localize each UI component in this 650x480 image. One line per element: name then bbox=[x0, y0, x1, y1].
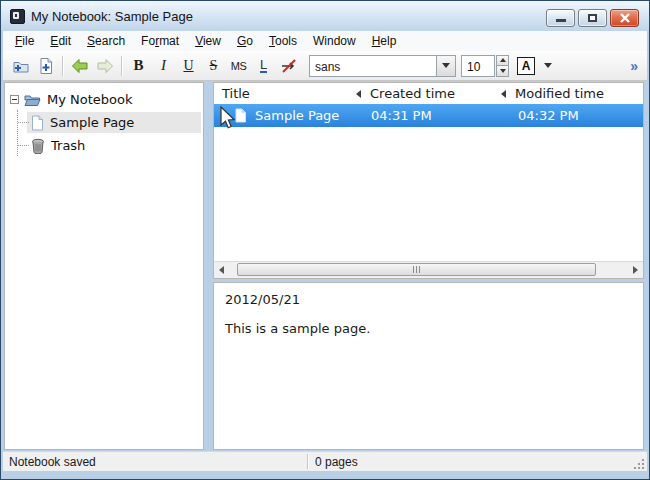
new-page-button[interactable] bbox=[33, 54, 58, 78]
new-page-icon bbox=[37, 57, 55, 75]
new-folder-button[interactable] bbox=[8, 54, 33, 78]
back-button[interactable] bbox=[67, 54, 92, 78]
toolbar-overflow-button[interactable]: » bbox=[630, 58, 642, 74]
tree-item-trash[interactable]: Trash bbox=[5, 134, 203, 157]
font-color-button[interactable]: A bbox=[517, 57, 535, 75]
back-arrow-icon bbox=[71, 58, 89, 74]
italic-button[interactable]: I bbox=[151, 54, 176, 78]
list-cell-modified-time: 04:32 PM bbox=[501, 108, 643, 123]
column-sort-arrow-icon[interactable] bbox=[501, 90, 506, 98]
list-cell-title: Sample Page bbox=[255, 108, 339, 123]
resize-grip[interactable] bbox=[633, 458, 644, 469]
link-button[interactable]: L bbox=[251, 54, 276, 78]
forward-button[interactable] bbox=[92, 54, 117, 78]
list-header: Title Created time Modified time bbox=[214, 83, 643, 104]
close-button[interactable] bbox=[610, 9, 639, 27]
toolbar-separator bbox=[121, 56, 122, 76]
column-header-created-time[interactable]: Created time bbox=[356, 83, 501, 104]
toolbar: B I U S MS L sans 10 A » bbox=[3, 51, 647, 81]
monospace-button[interactable]: MS bbox=[226, 54, 251, 78]
close-icon bbox=[620, 13, 630, 23]
spin-down-button[interactable] bbox=[496, 66, 509, 77]
font-family-dropdown-button[interactable] bbox=[436, 55, 456, 77]
spin-up-button[interactable] bbox=[496, 55, 509, 67]
open-folder-icon bbox=[24, 93, 41, 107]
strikethrough-button[interactable]: S bbox=[201, 54, 226, 78]
editor-body-line: This is a sample page. bbox=[225, 321, 632, 337]
tree-expander-icon[interactable] bbox=[10, 95, 19, 104]
status-separator bbox=[307, 454, 308, 469]
minimize-button[interactable] bbox=[546, 9, 575, 27]
maximize-button[interactable] bbox=[578, 9, 607, 27]
menu-view[interactable]: View bbox=[187, 31, 229, 51]
column-header-title[interactable]: Title bbox=[214, 83, 356, 104]
horizontal-scrollbar[interactable] bbox=[214, 261, 643, 278]
forward-arrow-icon bbox=[96, 58, 114, 74]
page-list-panel: Title Created time Modified time Sample … bbox=[213, 82, 644, 279]
tree-item-root[interactable]: My Notebook bbox=[5, 88, 203, 111]
no-wrap-icon bbox=[280, 58, 298, 74]
editor-panel[interactable]: 2012/05/21 This is a sample page. bbox=[213, 282, 644, 450]
chevron-down-icon bbox=[500, 69, 506, 73]
font-family-value[interactable]: sans bbox=[309, 55, 436, 77]
page-icon bbox=[235, 108, 247, 123]
menu-edit[interactable]: Edit bbox=[42, 31, 79, 51]
tree-connector-stub bbox=[18, 145, 29, 146]
tree-item-label: Trash bbox=[51, 138, 85, 153]
list-row-sample-page[interactable]: Sample Page 04:31 PM 04:32 PM bbox=[214, 104, 643, 127]
tree-item-label: Sample Page bbox=[50, 115, 134, 130]
chevron-up-icon bbox=[500, 58, 506, 62]
tree-connector-stub bbox=[18, 122, 29, 123]
no-wrap-button[interactable] bbox=[276, 54, 301, 78]
bold-button[interactable]: B bbox=[126, 54, 151, 78]
trash-icon bbox=[31, 138, 45, 154]
scrollbar-thumb[interactable] bbox=[237, 263, 596, 276]
menu-format[interactable]: Format bbox=[133, 31, 187, 51]
column-header-modified-time[interactable]: Modified time bbox=[501, 83, 643, 104]
scroll-right-arrow-icon[interactable] bbox=[633, 266, 638, 274]
app-window: My Notebook: Sample Page File Edit Searc… bbox=[0, 0, 650, 480]
list-cell-created-time: 04:31 PM bbox=[356, 108, 501, 123]
font-size-stepper bbox=[496, 55, 509, 77]
menu-search[interactable]: Search bbox=[79, 31, 133, 51]
window-controls bbox=[546, 9, 639, 27]
window-title: My Notebook: Sample Page bbox=[31, 9, 193, 24]
status-message: Notebook saved bbox=[9, 455, 96, 469]
status-page-count: 0 pages bbox=[315, 455, 358, 469]
notebook-tree-panel: My Notebook Sample Page Trash bbox=[4, 82, 204, 450]
menu-file[interactable]: File bbox=[7, 31, 42, 51]
tree-item-label: My Notebook bbox=[47, 92, 133, 107]
column-sort-arrow-icon[interactable] bbox=[356, 90, 361, 98]
font-size-input[interactable]: 10 bbox=[461, 55, 495, 77]
list-empty-area[interactable] bbox=[214, 127, 643, 261]
menu-help[interactable]: Help bbox=[364, 31, 405, 51]
menu-go[interactable]: Go bbox=[229, 31, 261, 51]
new-folder-icon bbox=[12, 57, 30, 75]
app-icon bbox=[10, 9, 25, 24]
menu-window[interactable]: Window bbox=[305, 31, 364, 51]
minimize-icon bbox=[556, 19, 566, 22]
toolbar-separator bbox=[62, 56, 63, 76]
titlebar[interactable]: My Notebook: Sample Page bbox=[1, 1, 649, 31]
tree-item-sample-page[interactable]: Sample Page bbox=[5, 111, 203, 134]
scroll-left-arrow-icon[interactable] bbox=[219, 266, 224, 274]
statusbar: Notebook saved 0 pages bbox=[3, 451, 647, 471]
maximize-icon bbox=[588, 14, 597, 22]
font-family-combobox[interactable]: sans bbox=[309, 55, 456, 77]
menu-tools[interactable]: Tools bbox=[261, 31, 305, 51]
underline-button[interactable]: U bbox=[176, 54, 201, 78]
page-icon bbox=[31, 115, 44, 131]
editor-date-line: 2012/05/21 bbox=[225, 292, 632, 308]
font-color-dropdown-icon[interactable] bbox=[544, 63, 552, 68]
menubar: File Edit Search Format View Go Tools Wi… bbox=[3, 31, 647, 51]
chevron-down-icon bbox=[442, 63, 450, 68]
